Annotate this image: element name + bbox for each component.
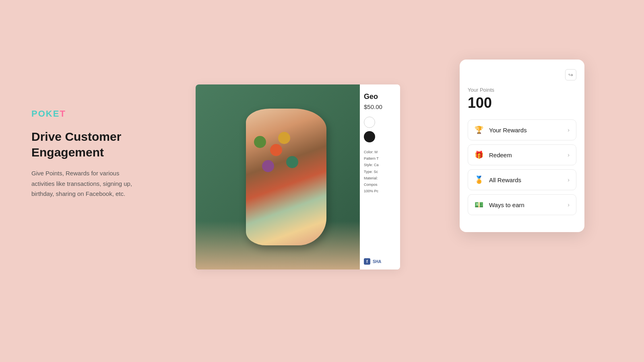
chevron-your-rewards: › <box>568 127 570 133</box>
color-swatch-black[interactable] <box>364 131 375 142</box>
redeem-label: Redeem <box>489 152 512 158</box>
logo-pok: POK <box>31 109 53 119</box>
money-icon: 💵 <box>475 200 483 209</box>
share-row[interactable]: f SHA <box>364 258 381 265</box>
widget-header: ↪ <box>468 69 576 80</box>
menu-item-all-rewards[interactable]: 🏅 All Rewards › <box>468 169 576 190</box>
trophy-icon: 🏆 <box>475 125 483 134</box>
chevron-redeem: › <box>568 152 570 158</box>
all-rewards-label: All Rewards <box>489 177 521 183</box>
menu-item-redeem[interactable]: 🎁 Redeem › <box>468 144 576 165</box>
exit-icon[interactable]: ↪ <box>565 69 576 80</box>
your-rewards-label: Your Rewards <box>489 127 527 134</box>
product-price: $50.00 <box>364 103 396 110</box>
logo-t: T <box>60 109 66 119</box>
product-image-area <box>196 84 377 269</box>
rewards-widget: ↪ Your Points 100 🏆 Your Rewards › 🎁 Red… <box>460 60 584 232</box>
menu-item-left-redeem: 🎁 Redeem <box>475 150 512 159</box>
product-details-panel: Geo $50.00 Color: MPattern TStyle: CaTyp… <box>360 84 400 269</box>
points-value: 100 <box>468 95 576 111</box>
product-spec-list: Color: MPattern TStyle: CaType: ScMateri… <box>364 149 396 194</box>
menu-item-your-rewards[interactable]: 🏆 Your Rewards › <box>468 119 576 140</box>
chevron-all-rewards: › <box>568 177 570 183</box>
medal-icon: 🏅 <box>475 175 483 184</box>
left-panel: POKET Drive Customer Engagement Give Poi… <box>31 109 144 199</box>
color-swatch-white[interactable] <box>364 117 375 128</box>
product-title: Geo <box>364 93 396 101</box>
share-label: SHA <box>373 259 381 264</box>
scarf-shape <box>246 109 326 245</box>
logo-e: E <box>53 109 60 119</box>
facebook-icon: f <box>364 258 370 265</box>
headline: Drive Customer Engagement <box>31 129 144 160</box>
product-image <box>196 84 377 269</box>
menu-item-ways-to-earn[interactable]: 💵 Ways to earn › <box>468 194 576 215</box>
chevron-ways-to-earn: › <box>568 202 570 208</box>
ways-to-earn-label: Ways to earn <box>489 202 524 208</box>
menu-item-left-ways-to-earn: 💵 Ways to earn <box>475 200 524 209</box>
menu-item-left-your-rewards: 🏆 Your Rewards <box>475 125 527 134</box>
points-label: Your Points <box>468 87 576 93</box>
gift-icon: 🎁 <box>475 150 483 159</box>
product-page: Geo $50.00 Color: MPattern TStyle: CaTyp… <box>196 84 400 269</box>
description: Give Points, Rewards for various activit… <box>31 168 144 199</box>
logo: POKET <box>31 109 144 119</box>
menu-item-left-all-rewards: 🏅 All Rewards <box>475 175 521 184</box>
